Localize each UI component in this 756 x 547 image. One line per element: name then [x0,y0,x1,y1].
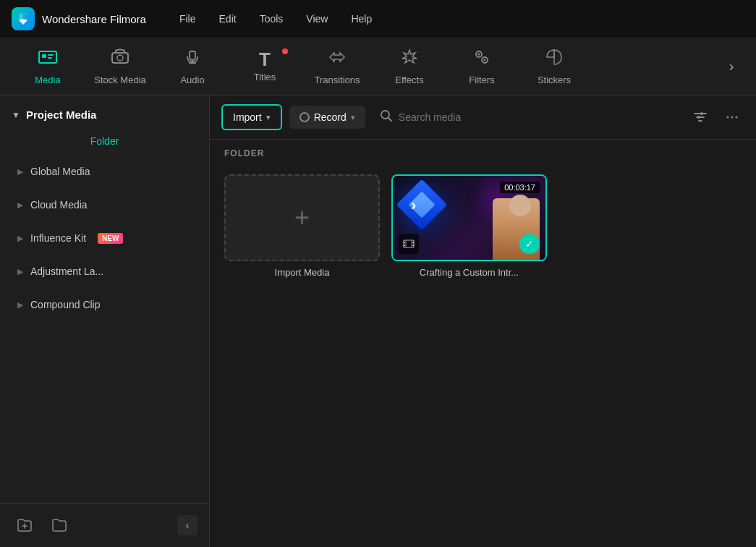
menu-tools[interactable]: Tools [250,9,294,29]
filter-button[interactable] [688,105,713,130]
svg-point-5 [117,55,123,61]
video-card-1[interactable]: › 00:03:17 [391,174,547,278]
sidebar-project-media[interactable]: ▼ Project Media [0,101,209,128]
svg-point-10 [484,59,486,62]
app-logo: Wondershare Filmora [12,7,146,30]
sidebar-item-adjustment-layer[interactable]: ▶ Adjustment La... [6,255,203,287]
compound-chevron-icon: ▶ [17,300,23,310]
adjustment-label: Adjustment La... [30,266,103,277]
menu-view[interactable]: View [296,9,338,29]
titles-badge [282,48,288,54]
import-chevron-icon: ▾ [266,113,271,122]
svg-rect-25 [404,245,405,246]
video-label-1: Crafting a Custom Intr... [420,267,519,278]
toolbar: Media Stock Media Audio T Titles [0,38,756,96]
menu-help[interactable]: Help [341,9,382,29]
folder-label: Folder [90,135,119,147]
sidebar-item-compound-clip[interactable]: ▶ Compound Clip [6,289,203,321]
video-thumbnail-1[interactable]: › 00:03:17 [391,174,547,261]
video-check-icon: ✓ [519,234,540,254]
record-label: Record [314,111,347,123]
import-plus-icon: + [294,203,310,233]
sidebar-item-cloud-media[interactable]: ▶ Cloud Media [6,189,203,221]
svg-rect-2 [48,54,54,56]
media-icon [38,47,58,72]
svg-rect-26 [412,242,414,243]
toolbar-effects[interactable]: Effects [373,41,446,92]
record-chevron-icon: ▾ [351,113,355,122]
svg-point-22 [736,116,738,119]
import-button[interactable]: Import ▾ [221,104,282,130]
menu-edit[interactable]: Edit [209,9,247,29]
search-icon [380,109,393,125]
collapse-icon: ‹ [186,520,190,531]
svg-rect-0 [39,51,56,63]
effects-icon [399,47,420,72]
svg-point-9 [478,54,480,56]
svg-point-18 [700,112,703,115]
stickers-icon [544,47,564,72]
project-media-label: Project Media [26,109,97,121]
toolbar-transitions[interactable]: Transitions [301,41,373,92]
menu-file[interactable]: File [169,9,206,29]
audio-icon [182,47,203,72]
sidebar-folder-item[interactable]: Folder [0,128,209,154]
stock-media-icon [110,47,130,72]
media-toolbar: Import ▾ Record ▾ [210,96,756,140]
influence-kit-chevron-icon: ▶ [17,234,23,243]
svg-point-20 [727,116,729,119]
svg-rect-3 [48,57,52,59]
svg-rect-4 [112,53,128,63]
sidebar-collapse-button[interactable]: ‹ [177,515,198,535]
app-title: Wondershare Filmora [42,13,146,25]
sidebar: ▼ Project Media Folder ▶ Global Media ▶ … [0,96,210,547]
cloud-media-label: Cloud Media [30,199,88,211]
global-media-chevron-icon: ▶ [17,167,23,177]
toolbar-stickers-label: Stickers [538,75,571,85]
add-folder-button[interactable] [12,512,38,538]
toolbar-stickers[interactable]: Stickers [518,41,590,92]
toolbar-filters[interactable]: Filters [446,41,518,92]
video-duration: 00:03:17 [500,182,540,193]
adjustment-chevron-icon: ▶ [17,267,23,276]
influence-kit-label: Influence Kit [30,232,86,244]
svg-rect-1 [42,54,46,58]
search-bar [373,105,681,130]
toolbar-titles-label: Titles [254,72,276,82]
folder-section-header: FOLDER [210,140,756,163]
import-media-label: Import Media [275,267,330,278]
project-chevron-icon: ▼ [12,110,20,120]
menu-bar: File Edit Tools View Help [169,9,382,29]
influence-kit-badge: NEW [98,233,123,244]
main-content: ▼ Project Media Folder ▶ Global Media ▶ … [0,96,756,547]
sidebar-body: ▼ Project Media Folder ▶ Global Media ▶ … [0,96,209,503]
svg-point-19 [697,116,700,119]
media-area: Import ▾ Record ▾ [210,96,756,547]
toolbar-audio[interactable]: Audio [156,41,229,92]
svg-rect-23 [404,240,414,247]
import-media-card[interactable]: + Import Media [224,174,380,278]
svg-rect-24 [404,242,405,243]
toolbar-audio-label: Audio [180,75,204,85]
sidebar-item-global-media[interactable]: ▶ Global Media [6,156,203,187]
svg-rect-27 [412,245,414,246]
toolbar-stock-media[interactable]: Stock Media [84,41,156,92]
record-button[interactable]: Record ▾ [289,106,365,129]
toolbar-filters-label: Filters [469,75,494,85]
import-label: Import [233,111,262,123]
more-options-button[interactable] [720,105,744,130]
toolbar-more-button[interactable]: › [718,54,744,80]
folder-button[interactable] [46,512,72,538]
toolbar-titles[interactable]: T Titles [229,41,301,92]
svg-line-14 [388,118,391,122]
import-media-thumbnail[interactable]: + [224,174,380,261]
media-grid: + Import Media › [210,163,756,289]
filmstrip-icon [399,234,419,254]
cloud-media-chevron-icon: ▶ [17,200,23,210]
sidebar-item-influence-kit[interactable]: ▶ Influence Kit NEW [6,222,203,254]
title-bar: Wondershare Filmora File Edit Tools View… [0,0,756,38]
search-input[interactable] [399,111,674,123]
toolbar-media[interactable]: Media [12,41,84,92]
toolbar-effects-label: Effects [395,75,424,85]
record-circle-icon [300,112,310,122]
